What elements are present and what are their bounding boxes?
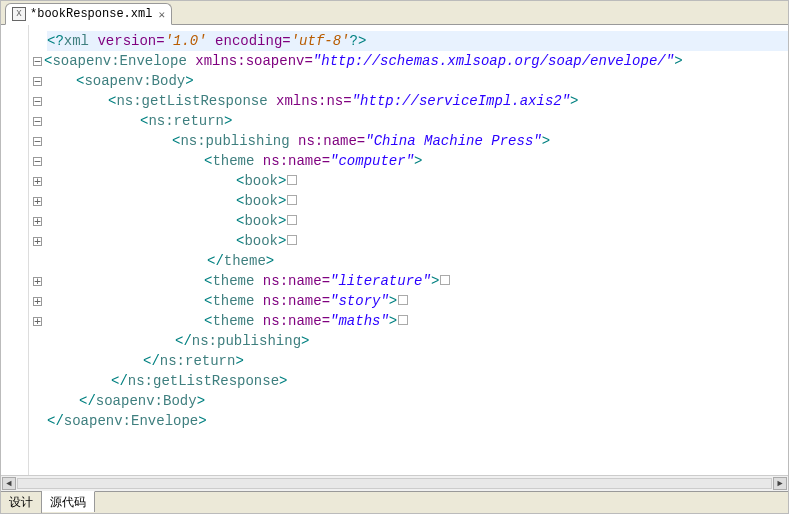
editor-area: <?xml version='1.0' encoding='utf-8'?>−<… [1, 25, 788, 475]
tab-design[interactable]: 设计 [1, 492, 42, 513]
code-content: <book> [44, 171, 298, 191]
code-line[interactable]: −<ns:publishing ns:name="China Machine P… [33, 131, 788, 151]
fold-collapse-icon[interactable]: − [33, 77, 42, 86]
collapsed-content-icon[interactable] [398, 295, 408, 305]
code-line[interactable]: +<theme ns:name="literature"> [33, 271, 788, 291]
code-content: <?xml version='1.0' encoding='utf-8'?> [47, 31, 788, 51]
code-content: <theme ns:name="computer"> [44, 151, 422, 171]
code-content: <theme ns:name="story"> [44, 291, 409, 311]
fold-expand-icon[interactable]: + [33, 277, 42, 286]
code-line[interactable]: +<book> [33, 171, 788, 191]
tab-source[interactable]: 源代码 [42, 491, 95, 512]
code-content: <theme ns:name="literature"> [44, 271, 451, 291]
code-line[interactable]: </soapenv:Envelope> [33, 411, 788, 431]
code-line[interactable]: +<book> [33, 231, 788, 251]
code-line[interactable]: −<soapenv:Body> [33, 71, 788, 91]
code-content: </soapenv:Envelope> [47, 411, 207, 431]
collapsed-content-icon[interactable] [398, 315, 408, 325]
scroll-track[interactable] [17, 478, 772, 489]
code-line[interactable]: +<book> [33, 191, 788, 211]
code-line[interactable]: +<theme ns:name="story"> [33, 291, 788, 311]
horizontal-scrollbar[interactable]: ◄ ► [1, 475, 788, 491]
code-line[interactable]: +<theme ns:name="maths"> [33, 311, 788, 331]
code-content: <book> [44, 231, 298, 251]
code-content: <ns:return> [44, 111, 232, 131]
code-line[interactable]: −<ns:getListResponse xmlns:ns="http://se… [33, 91, 788, 111]
code-content: <book> [44, 211, 298, 231]
code-content: <ns:publishing ns:name="China Machine Pr… [44, 131, 550, 151]
fold-expand-icon[interactable]: + [33, 237, 42, 246]
code-content: </theme> [47, 251, 274, 271]
fold-expand-icon[interactable]: + [33, 297, 42, 306]
code-line[interactable]: −<soapenv:Envelope xmlns:soapenv="http:/… [33, 51, 788, 71]
gutter [1, 25, 29, 475]
code-content: <book> [44, 191, 298, 211]
collapsed-content-icon[interactable] [287, 175, 297, 185]
code-line[interactable]: +<book> [33, 211, 788, 231]
fold-expand-icon[interactable]: + [33, 177, 42, 186]
code-content: <soapenv:Body> [44, 71, 194, 91]
fold-collapse-icon[interactable]: − [33, 57, 42, 66]
code-content: </ns:publishing> [47, 331, 309, 351]
collapsed-content-icon[interactable] [440, 275, 450, 285]
fold-collapse-icon[interactable]: − [33, 117, 42, 126]
fold-expand-icon[interactable]: + [33, 217, 42, 226]
scroll-right-arrow-icon[interactable]: ► [773, 477, 787, 490]
code-line[interactable]: </ns:return> [33, 351, 788, 371]
fold-expand-icon[interactable]: + [33, 317, 42, 326]
fold-collapse-icon[interactable]: − [33, 137, 42, 146]
code-line[interactable]: <?xml version='1.0' encoding='utf-8'?> [33, 31, 788, 51]
xml-file-icon: X [12, 7, 26, 21]
code-content: </soapenv:Body> [47, 391, 205, 411]
code-line[interactable]: </soapenv:Body> [33, 391, 788, 411]
code-line[interactable]: −<theme ns:name="computer"> [33, 151, 788, 171]
code-content: <ns:getListResponse xmlns:ns="http://ser… [44, 91, 579, 111]
code-line[interactable]: </ns:getListResponse> [33, 371, 788, 391]
code-line[interactable]: </ns:publishing> [33, 331, 788, 351]
code-content: </ns:getListResponse> [47, 371, 287, 391]
code-content: </ns:return> [47, 351, 244, 371]
file-tab-title: *bookResponse.xml [30, 7, 152, 21]
editor-tabbar: X *bookResponse.xml ✕ [1, 1, 788, 25]
code-line[interactable]: </theme> [33, 251, 788, 271]
collapsed-content-icon[interactable] [287, 235, 297, 245]
code-content: <soapenv:Envelope xmlns:soapenv="http://… [44, 51, 683, 71]
code-content: <theme ns:name="maths"> [44, 311, 409, 331]
bottom-tabbar: 设计 源代码 [1, 491, 788, 513]
code-line[interactable]: −<ns:return> [33, 111, 788, 131]
collapsed-content-icon[interactable] [287, 195, 297, 205]
code-viewport[interactable]: <?xml version='1.0' encoding='utf-8'?>−<… [29, 25, 788, 475]
fold-collapse-icon[interactable]: − [33, 157, 42, 166]
close-icon[interactable]: ✕ [158, 8, 165, 21]
collapsed-content-icon[interactable] [287, 215, 297, 225]
scroll-left-arrow-icon[interactable]: ◄ [2, 477, 16, 490]
fold-expand-icon[interactable]: + [33, 197, 42, 206]
fold-collapse-icon[interactable]: − [33, 97, 42, 106]
file-tab[interactable]: X *bookResponse.xml ✕ [5, 3, 172, 25]
